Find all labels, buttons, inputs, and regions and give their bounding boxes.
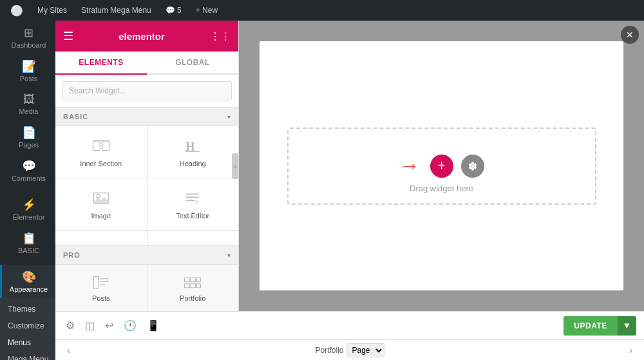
resize-handle[interactable] <box>232 153 238 179</box>
new-item[interactable]: + New <box>191 0 223 21</box>
admin-bar: ⚪ My Sites Stratum Mega Menu 💬 5 + New <box>0 0 644 21</box>
sidebar-label-templates: BASIC <box>18 247 39 254</box>
video-icon <box>91 241 111 245</box>
widget-settings-button[interactable] <box>461 155 484 178</box>
widget-label-text-editor: Text Editor <box>176 212 209 220</box>
widget-video[interactable]: Video <box>55 231 147 245</box>
tab-elements[interactable]: ELEMENTS <box>55 52 147 75</box>
submenu-menus[interactable]: Menus <box>0 334 55 351</box>
dropdown-arrow-icon: ▼ <box>623 321 631 330</box>
svg-rect-37 <box>185 284 190 288</box>
drop-zone: → + Drag widget here <box>287 128 596 205</box>
footer-bar: ‹ Portfolio Page › <box>55 339 644 360</box>
gear-icon <box>468 161 478 171</box>
svg-rect-36 <box>196 278 200 281</box>
widget-image[interactable]: Image <box>55 178 147 230</box>
elementor-icon: ⚡ <box>22 198 36 212</box>
hamburger-button[interactable]: ☰ <box>63 29 73 43</box>
settings-bottom-icon[interactable]: ⚙ <box>63 317 77 334</box>
pro-widget-label-portfolio: Portfolio <box>180 294 205 302</box>
svg-text:A: A <box>195 198 199 205</box>
pro-section-arrow: ▾ <box>227 252 231 259</box>
sidebar-item-appearance[interactable]: 🎨 Appearance <box>0 265 55 298</box>
appearance-submenu: Themes Customize Menus Mega Menu <box>0 298 55 360</box>
svg-rect-38 <box>191 284 196 288</box>
comments-item[interactable]: 💬 5 <box>160 0 187 21</box>
add-widget-button[interactable]: + <box>430 155 453 178</box>
submenu-themes[interactable]: Themes <box>0 301 55 317</box>
close-button[interactable]: ✕ <box>621 26 639 44</box>
svg-point-40 <box>471 165 474 167</box>
sidebar-item-posts[interactable]: 📝 Posts <box>0 54 55 88</box>
prev-arrow[interactable]: ‹ <box>63 344 74 357</box>
pages-icon: 📄 <box>22 126 36 140</box>
tab-global[interactable]: GLOBAL <box>147 52 238 75</box>
templates-icon: 📋 <box>22 231 36 245</box>
sidebar-item-pages[interactable]: 📄 Pages <box>0 120 55 154</box>
sidebar-label-pages: Pages <box>19 141 39 149</box>
posts-icon: 📝 <box>22 59 36 73</box>
widget-label-inner-section: Inner Section <box>80 160 122 167</box>
pro-widget-portfolio[interactable]: Portfolio <box>147 265 239 311</box>
panel-search-container <box>55 75 238 108</box>
image-icon <box>91 189 111 208</box>
nav-arrows: ‹ <box>63 344 74 357</box>
pro-widgets-grid: Posts Portfolio <box>55 265 238 311</box>
page-type-select[interactable]: Page <box>346 343 384 357</box>
nav-arrows-right: › <box>625 344 636 357</box>
widgets-grid: Inner Section H Heading <box>55 126 238 245</box>
stratum-item[interactable]: Stratum Mega Menu <box>76 0 156 21</box>
page-select: Portfolio Page <box>315 343 384 357</box>
pro-section-header[interactable]: PRO ▾ <box>55 246 238 265</box>
widget-label-heading: Heading <box>180 160 206 167</box>
widget-button[interactable]: Button <box>147 231 239 245</box>
sidebar-label-elementor: Elementor <box>12 213 44 221</box>
sidebar-item-templates[interactable]: 📋 BASIC <box>0 226 55 260</box>
widget-label-image: Image <box>91 212 111 220</box>
pro-section-title: PRO <box>63 251 80 259</box>
pro-section: PRO ▾ Posts <box>55 245 238 311</box>
history-icon[interactable]: 🕐 <box>121 317 139 334</box>
elementor-logo: elementor <box>118 31 165 42</box>
panel-header: ☰ elementor ⋮⋮ <box>55 21 238 52</box>
my-sites-item[interactable]: My Sites <box>32 0 72 21</box>
responsive-icon[interactable]: 📱 <box>144 317 162 334</box>
drop-zone-text: Drag widget here <box>410 184 473 193</box>
appearance-icon: 🎨 <box>22 270 36 284</box>
bottom-icons: ⚙ ◫ ↩ 🕐 📱 <box>63 317 162 334</box>
bottom-bar: ⚙ ◫ ↩ 🕐 📱 UPDATE ▼ <box>55 311 644 339</box>
submenu-customize[interactable]: Customize <box>0 317 55 334</box>
sidebar-label-media: Media <box>19 108 39 115</box>
sidebar-item-media[interactable]: 🖼 Media <box>0 88 55 120</box>
submenu-mega-menu[interactable]: Mega Menu <box>0 351 55 360</box>
sidebar-item-dashboard[interactable]: ⊞ Dashboard <box>0 21 55 54</box>
widget-text-editor[interactable]: A Text Editor <box>147 178 239 230</box>
sidebar-label-posts: Posts <box>20 75 38 82</box>
canvas-content: → + Drag widget here <box>260 41 623 290</box>
pro-widget-posts[interactable]: Posts <box>55 265 147 311</box>
pro-widget-label-posts: Posts <box>92 294 110 302</box>
dashboard-icon: ⊞ <box>24 26 33 40</box>
update-button[interactable]: UPDATE <box>564 316 617 336</box>
basic-section-title: BASIC <box>63 113 88 120</box>
widget-inner-section[interactable]: Inner Section <box>55 126 147 178</box>
sidebar-item-elementor[interactable]: ⚡ Elementor <box>0 193 55 226</box>
next-arrow[interactable]: › <box>625 344 636 357</box>
sidebar-item-comments[interactable]: 💬 Comments <box>0 154 55 187</box>
heading-icon: H <box>182 137 203 156</box>
update-dropdown-button[interactable]: ▼ <box>618 316 636 336</box>
wp-logo-item[interactable]: ⚪ <box>5 0 28 21</box>
navigator-icon[interactable]: ◫ <box>82 317 97 334</box>
svg-rect-30 <box>93 277 99 289</box>
text-editor-icon: A <box>182 189 203 208</box>
pro-portfolio-icon <box>184 274 202 292</box>
widget-heading[interactable]: H Heading <box>147 126 239 178</box>
grid-icon[interactable]: ⋮⋮ <box>210 30 231 43</box>
basic-section-header[interactable]: BASIC ▾ <box>55 108 238 126</box>
sidebar-label-dashboard: Dashboard <box>12 41 46 49</box>
arrow-icon: → <box>399 154 420 178</box>
search-input[interactable] <box>62 81 232 100</box>
canvas-area: ✕ → + <box>239 21 644 311</box>
portfolio-label: Portfolio <box>315 346 343 355</box>
undo-icon[interactable]: ↩ <box>102 317 116 334</box>
